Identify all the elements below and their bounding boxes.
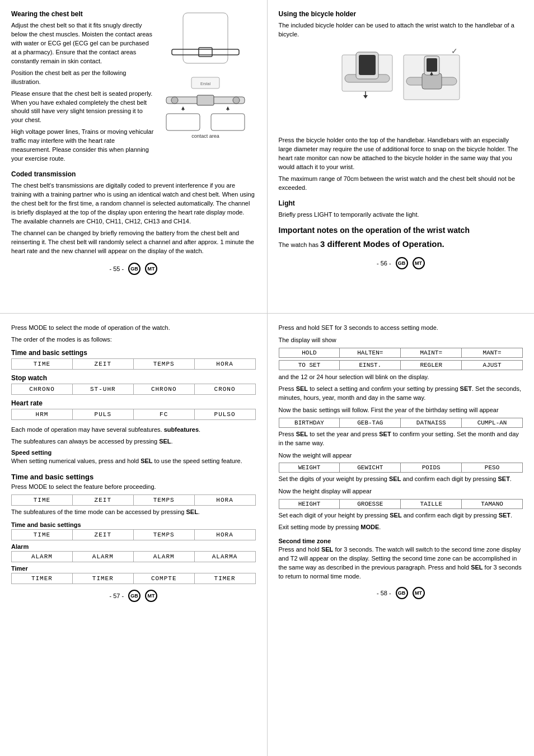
badge-gb-58: GB	[396, 587, 408, 599]
para-subfeatures: Each mode of operation may have several …	[11, 426, 256, 435]
para-sel-set: Press SEL to select a setting and confir…	[279, 385, 523, 403]
page-55: Wearing the chest belt Adjust the chest …	[0, 0, 268, 313]
cell-alarm-fr: ALARM	[134, 552, 195, 562]
cell-bday-es: CUMPL-AN	[462, 418, 522, 427]
cell-timer-es: TIMER	[195, 573, 255, 584]
label-heart-rate: Heart rate	[11, 399, 256, 407]
cell-alarm-es: ALARMA	[195, 552, 255, 562]
cell-height-es: TAMANO	[462, 500, 522, 508]
heading-speed-setting: Speed setting	[11, 449, 256, 456]
badge-mt-57: MT	[145, 590, 157, 602]
para-hold-set-intro: Press and hold SET for 3 seconds to acce…	[279, 324, 523, 333]
svg-marker-14	[226, 106, 229, 110]
svg-rect-9	[166, 114, 200, 130]
cell-hold-fr: MAINT=	[401, 348, 462, 357]
cell-weight-fr: POIDS	[401, 463, 462, 472]
cell-ts-fr: TEMPS	[134, 530, 195, 540]
page-num-55: - 55 - GB MT	[11, 263, 256, 275]
svg-marker-21	[363, 95, 368, 99]
cell-toset-de: EINST.	[340, 361, 401, 370]
page-num-56: - 56 - GB MT	[279, 257, 523, 269]
stopwatch-mode-row: CHRONO ST-UHR CHRONO CRONO	[11, 384, 256, 395]
cell-tb-fr: TEMPS	[134, 495, 195, 505]
section-wearing-belt: Wearing the chest belt Adjust the chest …	[11, 10, 155, 164]
alarm-row: ALARM ALARM ALARM ALARMA	[11, 551, 256, 562]
cell-tb-en: TIME	[12, 495, 73, 505]
para-exit: Exit setting mode by pressing MODE.	[279, 523, 523, 532]
cell-hold-de: HALTEN=	[340, 348, 401, 357]
para-belt-4: High voltage power lines, Trains or movi…	[11, 128, 155, 164]
para-light: Briefly press LIGHT to temporarily activ…	[279, 211, 523, 220]
svg-text:Erstal: Erstal	[200, 82, 210, 86]
para-coded-2: The channel can be changed by briefly re…	[11, 229, 256, 256]
label-stopwatch: Stop watch	[11, 374, 256, 382]
badge-gb-57: GB	[128, 590, 140, 602]
svg-rect-10	[211, 114, 245, 130]
cell-alarm-de: ALARM	[73, 552, 134, 562]
cell-timer-de: TIMER	[73, 573, 134, 584]
heading-time-basic-settings: Time and basic settings	[11, 473, 256, 481]
bottom-spread: Press MODE to select the mode of operati…	[0, 314, 534, 756]
label-time-basic-sub: Time and basic settings	[11, 521, 256, 528]
cell-alarm-en: ALARM	[12, 552, 73, 562]
modes-bold: 3 different Modes of Operation.	[320, 239, 444, 249]
cell-hrm-es: PULSO	[195, 409, 255, 419]
cell-tb-de: ZEIT	[73, 495, 134, 505]
para-height-intro: Now the height display will appear	[279, 487, 523, 496]
badge-mt-55: MT	[145, 263, 157, 275]
svg-rect-19	[359, 55, 376, 75]
para-time-basic-intro: Press MODE to select the feature before …	[11, 483, 256, 492]
hold-set-row-1: HOLD HALTEN= MAINT= MANT=	[279, 348, 523, 358]
page-56: Using the bicycle holder The included bi…	[268, 0, 535, 313]
hold-set-row-2: TO SET EINST. REGLER AJUST	[279, 360, 523, 370]
time-mode-row: TIME ZEIT TEMPS HORA	[11, 358, 256, 370]
cell-chrono-fr: CHRONO	[134, 384, 195, 394]
cell-chrono-de: ST-UHR	[73, 384, 134, 394]
time-sub-row: TIME ZEIT TEMPS HORA	[11, 529, 256, 540]
height-row: HEIGHT GROESSE TAILLE TAMANO	[279, 499, 523, 509]
para-subfeat: The subfeatures of the time mode can be …	[11, 508, 256, 517]
cell-weight-es: PESO	[462, 463, 522, 472]
weight-row: WEIGHT GEWICHT POIDS PESO	[279, 463, 523, 473]
cell-hrm-en: HRM	[12, 409, 73, 419]
para-birthday-intro: Now the basic settings will follow. Firs…	[279, 406, 523, 415]
para-mode-intro-1: Press MODE to select the mode of operati…	[11, 324, 256, 333]
page-num-58: - 58 - GB MT	[279, 587, 523, 599]
para-height-sel: Set each digit of your height by pressin…	[279, 511, 523, 520]
para-weight-sel: Set the digits of your weight by pressin…	[279, 475, 523, 484]
cell-timer-fr: COMPTE	[134, 573, 195, 584]
heading-coded: Coded transmission	[11, 170, 256, 178]
para-bicycle-3: The maximum range of 70cm between the wr…	[279, 175, 523, 193]
heartrate-mode-row: HRM PULS FC PULSO	[11, 409, 256, 420]
cell-hrm-fr: FC	[134, 409, 195, 419]
cell-ts-es: HORA	[195, 530, 255, 540]
cell-ts-de: ZEIT	[73, 530, 134, 540]
top-spread: Wearing the chest belt Adjust the chest …	[0, 0, 534, 314]
birthday-row: BIRTHDAY GEB-TAG DATNAISS CUMPL-AN	[279, 418, 523, 428]
badge-gb-56: GB	[396, 257, 408, 269]
cell-time-de: ZEIT	[73, 359, 134, 369]
badge-gb-55: GB	[128, 263, 140, 275]
time-basic-row: TIME ZEIT TEMPS HORA	[11, 494, 256, 506]
section-important-notes: Important notes on the operation of the …	[279, 226, 523, 250]
para-modes: The watch has 3 different Modes of Opera…	[279, 238, 523, 250]
para-belt-1: Adjust the chest belt so that it fits sn…	[11, 21, 155, 66]
heading-important: Important notes on the operation of the …	[279, 226, 523, 235]
bold-subfeatures: subfeatures	[164, 426, 199, 433]
svg-rect-8	[197, 95, 214, 105]
chest-belt-svg: Erstal	[161, 10, 250, 161]
svg-rect-26	[427, 58, 437, 72]
label-timer: Timer	[11, 565, 256, 572]
para-mode-intro-2: The order of the modes is as follows:	[11, 335, 256, 344]
para-coded-1: The chest belt's transmissions are digit…	[11, 181, 256, 226]
heading-bicycle: Using the bicycle holder	[279, 10, 523, 18]
page-num-57: - 57 - GB MT	[11, 590, 256, 602]
para-belt-3: Please ensure that the chest belt is sea…	[11, 90, 155, 125]
badge-mt-56: MT	[413, 257, 425, 269]
cell-chrono-en: CHRONO	[12, 384, 73, 394]
cell-bday-de: GEB-TAG	[340, 418, 401, 427]
section-bicycle-holder: Using the bicycle holder The included bi…	[279, 10, 523, 193]
page-57: Press MODE to select the mode of operati…	[0, 314, 268, 756]
para-bicycle-2: Press the bicycle holder onto the top of…	[279, 136, 523, 172]
heading-light: Light	[279, 199, 523, 207]
